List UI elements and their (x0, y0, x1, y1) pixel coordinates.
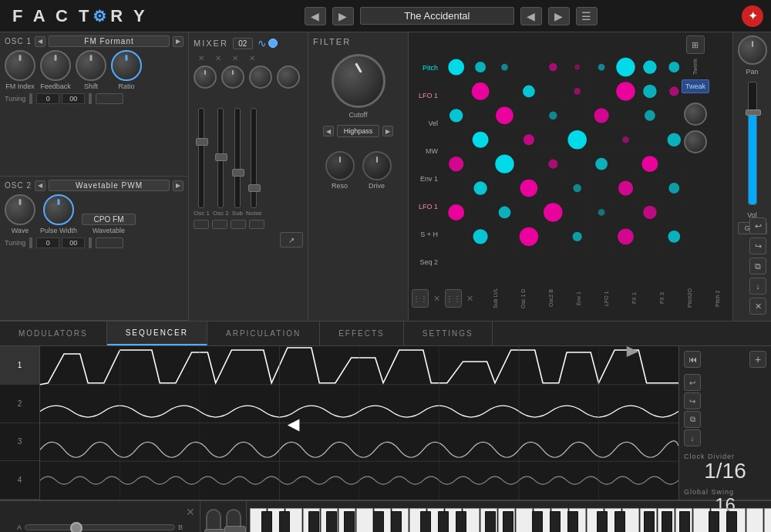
key-black-19[interactable] (662, 511, 672, 532)
key-black-8[interactable] (420, 511, 431, 532)
pitch-wheel-thumb[interactable] (204, 529, 226, 533)
seq-icon-2[interactable]: ↪ (684, 392, 701, 409)
mixer-pan-osc2[interactable] (221, 66, 244, 89)
key-black-15[interactable] (567, 511, 578, 532)
key-black-10[interactable] (456, 511, 466, 532)
osc2-wave-knob[interactable] (5, 194, 35, 225)
key-black-13[interactable] (532, 511, 543, 532)
vol-fader-thumb[interactable] (746, 109, 761, 116)
key-black-17[interactable] (614, 511, 625, 532)
mixer-mute-osc2[interactable]: ✕ (210, 54, 226, 62)
key-black-20[interactable] (679, 511, 690, 532)
tab-effects[interactable]: EFFECTS (320, 322, 404, 345)
key-black-5[interactable] (344, 511, 355, 532)
mixer-pan-osc1[interactable] (194, 66, 217, 89)
seq-icon-4[interactable]: ↓ (684, 429, 701, 446)
mixer-fader-track-sub[interactable] (234, 108, 241, 208)
osc2-prev-btn[interactable]: ◀ (35, 180, 45, 191)
mod-bottom-icon-2[interactable]: ⋮⋮ (445, 289, 462, 308)
osc2-pw-knob[interactable] (43, 194, 74, 225)
seq-icon-3[interactable]: ⧉ (684, 411, 701, 428)
seq-add-btn[interactable]: + (749, 351, 766, 368)
pitch-wheel[interactable] (206, 509, 221, 533)
seq-side-icon-1[interactable]: ↩ (749, 217, 766, 234)
mixer-fader-track-osc1[interactable] (198, 108, 204, 208)
osc1-type[interactable]: FM Formant (49, 35, 170, 47)
tab-arpiculation[interactable]: ARPICULATION (207, 322, 320, 345)
key-white-30[interactable] (764, 508, 771, 532)
filter-cutoff-knob[interactable] (332, 54, 386, 108)
mod-bottom-x-1[interactable]: ✕ (433, 294, 440, 304)
filter-next-btn[interactable]: ▶ (382, 126, 393, 136)
mod-knob-1[interactable] (684, 103, 707, 126)
key-black-21[interactable] (709, 511, 719, 532)
mixer-pan-noise[interactable] (277, 66, 300, 89)
osc2-tuning-coarse[interactable]: 0 (36, 237, 59, 248)
prev-preset-button[interactable]: ◀ (520, 7, 542, 25)
mixer-wave-icon[interactable]: ∿ (258, 37, 267, 49)
mod-wheel[interactable] (226, 509, 241, 533)
key-black-6[interactable] (373, 511, 384, 532)
key-black-1[interactable] (261, 511, 272, 532)
filter-drive-knob[interactable] (362, 151, 392, 180)
seq-side-icon-4[interactable]: ↓ (749, 278, 766, 295)
mixer-mute-noise[interactable]: ✕ (244, 54, 260, 62)
mixer-fader-track-noise[interactable] (251, 108, 257, 208)
seq-side-icon-2[interactable]: ↪ (749, 237, 766, 254)
key-white-29[interactable] (746, 508, 763, 532)
key-black-22[interactable] (726, 511, 737, 532)
pan-knob[interactable] (738, 35, 767, 65)
seq-row-4[interactable]: 4 (0, 461, 39, 500)
mixer-btn-2[interactable] (212, 220, 227, 229)
mod-right-btn-1[interactable]: ⊞ (686, 35, 705, 54)
osc2-next-btn[interactable]: ▶ (173, 180, 183, 191)
morph-close-btn[interactable]: ✕ (186, 506, 195, 518)
mixer-btn-1[interactable] (194, 220, 209, 229)
osc1-tuning-fine[interactable]: 00 (62, 93, 85, 104)
osc1-shift-knob[interactable] (76, 50, 106, 81)
filter-type[interactable]: Highpass (337, 125, 380, 137)
key-white-7[interactable] (356, 508, 373, 532)
osc1-feedback-knob[interactable] (40, 50, 71, 81)
osc1-ratio-knob[interactable] (111, 50, 142, 81)
key-black-11[interactable] (485, 511, 496, 532)
tab-modulators[interactable]: MODULATORS (0, 322, 107, 345)
seq-row-3[interactable]: 3 (0, 423, 39, 462)
tweak-button[interactable]: Tweak (682, 79, 709, 93)
back-button[interactable]: ◀ (305, 7, 326, 25)
mixer-number[interactable]: 02 (233, 38, 253, 49)
key-black-12[interactable] (503, 511, 513, 532)
morph-close-icon[interactable]: ✕ (186, 506, 195, 518)
key-black-4[interactable] (326, 511, 337, 532)
filter-reso-knob[interactable] (325, 151, 355, 180)
mixer-fader-thumb-noise[interactable] (248, 184, 261, 192)
mixer-fader-thumb-osc2[interactable] (215, 153, 227, 161)
osc1-tuning-coarse[interactable]: 0 (36, 93, 59, 104)
mixer-circle-icon[interactable] (268, 39, 278, 48)
seq-side-icon-3[interactable]: ⧉ (749, 258, 766, 274)
mixer-fader-thumb-sub[interactable] (232, 169, 244, 177)
seq-row-1[interactable]: 1 (0, 346, 39, 385)
seq-side-icon-5[interactable]: ✕ (749, 298, 766, 315)
mod-wheel-thumb[interactable] (224, 526, 246, 533)
mixer-mute-osc1[interactable]: ✕ (194, 54, 209, 62)
filter-prev-btn[interactable]: ◀ (323, 126, 334, 136)
key-black-16[interactable] (597, 511, 608, 532)
vol-fader-track[interactable] (748, 82, 757, 205)
key-black-2[interactable] (279, 511, 290, 532)
mod-knob-2[interactable] (684, 130, 707, 153)
seq-icon-1[interactable]: ↩ (684, 374, 701, 391)
mixer-mute-sub[interactable]: ✕ (227, 54, 243, 62)
key-white-26[interactable] (693, 508, 710, 532)
osc2-type[interactable]: Wavetable PWM (49, 180, 170, 191)
mixer-fader-track-osc2[interactable] (217, 108, 224, 208)
forward-button[interactable]: ▶ (332, 7, 354, 25)
osc1-prev-btn[interactable]: ◀ (35, 36, 45, 47)
morph-slider-thumb[interactable] (70, 522, 82, 533)
osc1-next-btn[interactable]: ▶ (173, 36, 183, 47)
osc2-tuning-fine[interactable]: 00 (62, 237, 85, 248)
mixer-fader-thumb-osc1[interactable] (196, 138, 208, 146)
morph-slider[interactable] (25, 524, 175, 530)
key-black-18[interactable] (644, 511, 655, 532)
tab-sequencer[interactable]: SEQUENCER (107, 322, 207, 345)
